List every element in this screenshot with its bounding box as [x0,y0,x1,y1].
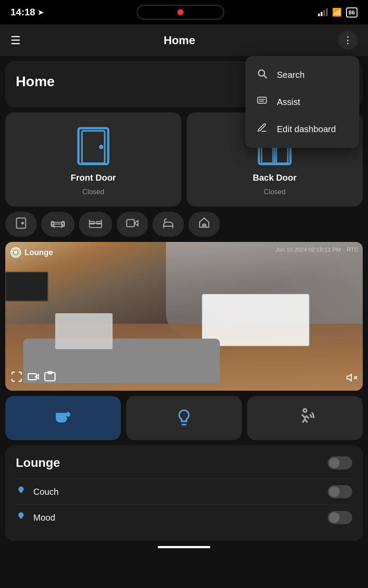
home-indicator [158,546,210,548]
search-icon [256,68,268,81]
camera-rec-icon [11,247,21,258]
svg-point-36 [14,251,18,254]
front-door-status: Closed [82,188,104,196]
dropdown-menu: Search Assist Edit dashboard [245,56,359,148]
mood-light-name: Mood [33,513,321,523]
mood-bulb-icon [16,511,26,524]
mood-light-row: Mood [16,504,352,530]
svg-point-16 [22,222,24,224]
lounge-header: Lounge [16,456,352,470]
garage-tab-icon [198,217,210,231]
camera-mute-button[interactable] [346,372,357,385]
couch-light-row: Couch [16,479,352,504]
bath-tab-icon [162,217,174,231]
lounge-master-toggle[interactable] [328,456,352,469]
lounge-section: Lounge Couch Mood [5,445,363,541]
mood-light-toggle-knob [329,512,340,523]
status-time: 14:18 ➤ [11,7,43,18]
navigation-arrow-icon: ➤ [38,8,43,17]
bed-tab-icon [88,217,103,231]
room-tab-bath[interactable] [152,212,184,237]
room-tab-camera[interactable] [117,212,148,237]
room-tabs [0,206,368,242]
dropdown-item-edit[interactable]: Edit dashboard [245,116,359,143]
record-indicator [177,9,184,15]
sofa-tab-icon [51,217,65,231]
front-door-name: Front Door [71,173,116,183]
svg-point-44 [303,409,306,412]
status-center [137,5,224,20]
room-tab-sofa[interactable] [41,212,74,237]
room-tab-garage[interactable] [188,212,220,237]
status-bar: 14:18 ➤ 📶 86 [0,0,368,24]
mood-light-toggle[interactable] [328,511,352,524]
svg-line-1 [264,76,267,78]
svg-rect-2 [258,97,266,103]
assist-icon [256,95,268,108]
couch-light-toggle-knob [329,486,340,497]
camera-timestamp: Jun 16 2024 02:18:11 PM [276,246,341,253]
camera-tab-icon [126,217,138,231]
edit-icon [256,122,268,136]
front-door-card[interactable]: Front Door Closed [5,112,181,206]
status-right: 📶 86 [318,7,357,18]
scene-morning-button[interactable] [5,396,121,440]
lounge-master-toggle-knob [329,458,340,468]
scene-lights-button[interactable] [126,396,242,440]
room-tab-bed[interactable] [79,212,112,237]
search-label: Search [277,70,304,80]
camera-rtc-label: RTC [347,246,358,253]
camera-feed[interactable]: Lounge Jun 16 2024 02:18:11 PM RTC [5,242,363,391]
scene-buttons [0,391,368,445]
couch-bulb-icon [16,485,26,498]
coffee-icon [53,406,73,430]
svg-rect-15 [17,218,26,228]
scene-motion-button[interactable] [247,396,363,440]
back-door-name: Back Door [253,173,297,183]
front-door-icon [76,126,111,168]
svg-rect-6 [78,128,108,164]
motion-icon [295,406,315,430]
camera-label: Lounge [11,247,53,258]
couch-light-name: Couch [33,487,321,497]
notch [137,5,224,20]
battery-indicator: 86 [346,7,357,18]
hamburger-menu-button[interactable]: ☰ [11,34,21,47]
header-title: Home [163,34,195,47]
camera-controls [11,371,56,385]
signal-icon [318,8,328,16]
camera-snapshot-button[interactable] [44,371,56,385]
wifi-icon: 📶 [332,7,342,17]
assist-label: Assist [277,97,300,107]
room-tab-door[interactable] [5,212,37,237]
couch-light-toggle[interactable] [328,485,352,498]
back-door-status: Closed [264,188,286,196]
lounge-title: Lounge [16,456,60,470]
edit-dashboard-label: Edit dashboard [277,124,336,134]
more-options-button[interactable]: ⋮ [338,31,357,50]
camera-fullscreen-button[interactable] [11,371,23,385]
svg-rect-28 [127,220,134,227]
app-header: ☰ Home ⋮ [0,24,368,56]
dropdown-item-search[interactable]: Search [245,61,359,88]
svg-marker-40 [347,374,351,381]
door-tab-icon [15,217,27,231]
camera-record-button[interactable] [27,371,39,385]
lightbulb-icon [174,408,194,429]
dropdown-item-assist[interactable]: Assist [245,88,359,116]
svg-point-8 [99,145,103,149]
svg-rect-18 [53,224,63,227]
